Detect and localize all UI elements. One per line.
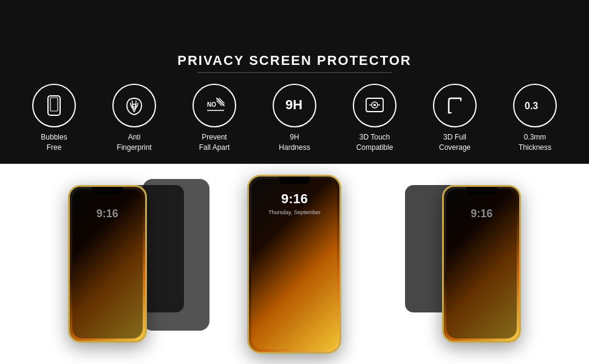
phone-date-center: Thursday, September (268, 209, 321, 215)
feature-circle-touch (353, 84, 397, 127)
phone-screen-center: 9:16 Thursday, September (251, 179, 337, 349)
svg-rect-0 (48, 96, 60, 115)
phone-notch-center (279, 177, 310, 184)
feature-label-coverage: 3D FullCoverage (439, 132, 471, 153)
svg-text:0.3: 0.3 (525, 101, 538, 111)
fingerprint-icon (122, 93, 146, 118)
phone-notch-left (92, 187, 123, 194)
phone-screen-right: 9:16 (446, 189, 517, 339)
svg-text:9H: 9H (285, 97, 302, 112)
feature-circle-fall: NO (192, 84, 236, 127)
phone-main-left: 9:16 (68, 185, 147, 343)
feature-circle-bubbles (32, 84, 76, 127)
feature-label-bubbles: BubblesFree (41, 132, 67, 153)
svg-point-11 (373, 104, 376, 106)
feature-label-fall: PreventFall Apart (199, 132, 230, 153)
phone-icon (42, 93, 66, 118)
phone-main-right: 9:16 (442, 185, 521, 343)
phone-shadow-center-left (143, 179, 209, 331)
feature-label-fingerprint: AntiFingerprint (117, 132, 151, 153)
touch-icon (363, 93, 387, 118)
feature-thickness: 0.3 0.3mmThickness (502, 84, 568, 153)
phone-group-right: 9:16 (393, 164, 589, 364)
thickness-icon: 0.3 (523, 93, 547, 118)
title-divider (197, 72, 392, 73)
feature-circle-thickness: 0.3 (513, 84, 557, 127)
main-title: PRIVACY SCREEN PROTECTOR (0, 53, 589, 69)
feature-circle-coverage (433, 84, 477, 127)
phone-main-center: 9:16 Thursday, September (247, 175, 341, 354)
feature-coverage: 3D FullCoverage (422, 84, 488, 153)
top-section: PRIVACY SCREEN PROTECTOR BubblesFree (0, 0, 589, 164)
feature-label-thickness: 0.3mmThickness (519, 132, 551, 153)
9h-icon: 9H (282, 93, 307, 118)
feature-label-9h: 9HHardness (279, 132, 310, 153)
phone-group-center: 9:16 Thursday, September (196, 164, 392, 364)
title-area: PRIVACY SCREEN PROTECTOR (0, 53, 589, 73)
phone-screen-left: 9:16 (72, 189, 143, 339)
feature-circle-fingerprint (112, 84, 156, 127)
feature-circle-9h: 9H (273, 84, 316, 127)
features-row: BubblesFree AntiFingerprint (0, 84, 589, 153)
privacy-overlay-left (72, 189, 143, 339)
privacy-overlay-right (446, 189, 517, 339)
feature-3d-touch: 3D TouchCompatible (342, 84, 407, 153)
feature-anti-fingerprint: AntiFingerprint (101, 84, 167, 153)
coverage-icon (443, 93, 467, 118)
svg-rect-1 (50, 98, 58, 111)
feature-label-touch: 3D TouchCompatible (356, 132, 393, 153)
svg-point-2 (133, 104, 136, 107)
svg-text:NO: NO (207, 101, 216, 108)
phone-notch-right (466, 187, 497, 194)
no-fall-icon: NO (202, 93, 226, 118)
bottom-section: 9:16 9:16 Thursday, September 9:16 (0, 164, 589, 364)
feature-9h: 9H 9HHardness (262, 84, 327, 153)
feature-bubbles-free: BubblesFree (21, 84, 87, 153)
phone-time-center: 9:16 (281, 191, 308, 207)
feature-prevent-fall: NO PreventFall Apart (182, 84, 247, 153)
